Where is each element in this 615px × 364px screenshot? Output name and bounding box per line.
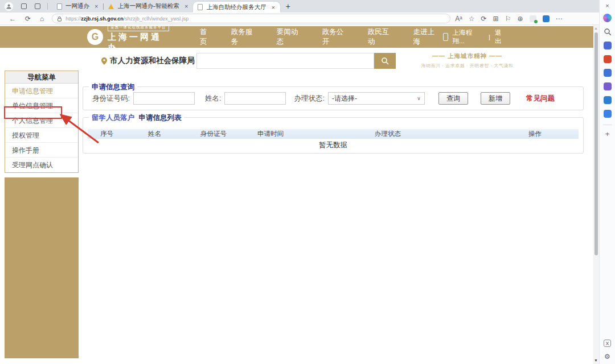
edge-sidebar-bottom: X ⚙ (604, 340, 611, 364)
city-spirit-title: —— 上海城市精神 —— (415, 52, 520, 60)
col-action: 操作 (528, 129, 542, 139)
sidebar-item-manual[interactable]: 操作手册 (5, 143, 78, 158)
search-input[interactable] (196, 53, 374, 69)
close-icon[interactable]: × (605, 2, 609, 9)
side-nav-menu: 导航菜单 申请信息管理 单位信息管理 个人信息管理 授权管理 操作手册 受理网点… (5, 71, 79, 173)
scroll-up-icon[interactable]: ▲ (594, 26, 598, 30)
x-app-icon[interactable]: X (604, 340, 611, 347)
gov-site-header: G 全国一体化在线政务服务平台 上海一网通办 首页 政务服务 要闻动态 政务公开… (0, 26, 593, 48)
site-logo-icon: G (87, 29, 103, 45)
tab-2[interactable]: 上海一网通办-智能检索 × (104, 0, 193, 13)
bureau-name: 市人力资源和社会保障局 (101, 56, 195, 66)
id-number-label: 身份证号码: (92, 94, 130, 104)
tools-icon[interactable] (604, 42, 612, 49)
toolbar-actions: Aᵃ ☆ ⟳ ⊞ ⚐ ⊕ ⋯ (455, 15, 562, 23)
scrollbar-thumb[interactable] (594, 32, 598, 255)
city-spirit-text: 海纳百川 · 追求卓越 · 开明睿智 · 大气谦和 (415, 63, 520, 69)
list-panel-legend: 留学人员落户 申请信息列表 (89, 113, 184, 123)
logout-link[interactable]: 退出 (495, 28, 508, 46)
sidebar-item-application-info[interactable]: 申请信息管理 (5, 84, 78, 98)
tab-actions-icon[interactable] (35, 3, 40, 9)
divider (47, 3, 48, 10)
capture-icon[interactable] (604, 96, 612, 104)
tab-close-icon[interactable]: × (269, 4, 276, 11)
sidebar-item-authorization[interactable]: 授权管理 (5, 128, 78, 143)
page-scrollbar[interactable]: ▲ ▼ (593, 25, 599, 364)
query-button[interactable]: 查询 (438, 92, 468, 105)
page-viewport: G 全国一体化在线政务服务平台 上海一网通办 首页 政务服务 要闻动态 政务公开… (0, 25, 593, 364)
tab-title: 上海自助经办服务大厅 (206, 3, 266, 11)
user-name[interactable]: 上海程翔... (453, 28, 485, 46)
col-time: 申请时间 (257, 129, 284, 139)
header-user-area: 上海程翔... | 退出 (443, 28, 508, 46)
profile-avatar-icon[interactable] (5, 2, 13, 11)
location-pin-icon (101, 57, 107, 65)
query-panel-legend: 申请信息查询 (89, 82, 137, 92)
mobile-icon[interactable] (443, 33, 448, 41)
col-id: 身份证号 (200, 129, 227, 139)
new-tab-button[interactable]: + (286, 2, 290, 11)
query-form-row: 身份证号码: 姓名: 办理状态: -请选择- ∨ 查询 新增 常见问题 (83, 87, 583, 110)
workspaces-icon[interactable] (21, 3, 27, 9)
add-sidebar-app-icon[interactable]: + (605, 130, 610, 138)
city-spirit: —— 上海城市精神 —— 海纳百川 · 追求卓越 · 开明睿智 · 大气谦和 (415, 52, 520, 69)
tab-1[interactable]: 一网通办 × (52, 0, 103, 13)
query-panel: 申请信息查询 身份证号码: 姓名: 办理状态: -请选择- ∨ 查询 新增 常见… (83, 86, 584, 110)
browser-window: 一网通办 × 上海一网通办-智能检索 × 上海自助经办服务大厅 × + ← ⟳ … (0, 0, 615, 364)
side-nav-title: 导航菜单 (5, 71, 78, 84)
shopping-icon[interactable] (604, 55, 612, 63)
more-menu-icon[interactable]: ⋯ (556, 15, 563, 23)
tab-title: 上海一网通办-智能检索 (117, 2, 179, 10)
tab-title: 一网通办 (65, 2, 89, 10)
home-icon[interactable]: ⌂ (40, 15, 44, 23)
sidebar-item-unit-info[interactable]: 单位信息管理 (5, 98, 78, 113)
sidebar-item-personal-info[interactable]: 个人信息管理 (5, 113, 78, 128)
list-legend-primary: 留学人员落户 (92, 114, 134, 122)
sidebar-item-service-point[interactable]: 受理网点确认 (5, 158, 78, 172)
refresh-icon[interactable]: ⟳ (25, 15, 31, 23)
add-collection-icon[interactable]: ⊕ (517, 15, 523, 23)
read-aloud-icon[interactable]: Aᵃ (455, 15, 462, 23)
extension-icon[interactable] (543, 15, 550, 22)
extension-icon[interactable] (530, 15, 536, 22)
lock-icon (57, 16, 62, 22)
favorite-star-icon[interactable]: ☆ (469, 15, 475, 23)
status-select[interactable]: -请选择- ∨ (328, 92, 425, 105)
name-label: 姓名: (205, 94, 221, 104)
collections-icon[interactable]: ⚐ (505, 15, 511, 23)
col-name: 姓名 (148, 129, 161, 139)
status-label: 办理状态: (294, 94, 324, 104)
split-screen-icon[interactable]: ⊞ (493, 15, 499, 23)
divider (603, 125, 612, 125)
warning-icon (108, 4, 114, 9)
empty-data-text: 暂无数据 (83, 140, 583, 150)
history-icon[interactable]: ⟳ (481, 15, 487, 23)
status-select-value: -请选择- (332, 94, 357, 104)
platform-label: 全国一体化在线政务服务平台 (108, 24, 169, 31)
name-input[interactable] (224, 92, 286, 105)
tab-close-icon[interactable]: × (93, 3, 100, 10)
scroll-down-icon[interactable]: ▼ (594, 358, 598, 362)
list-panel: 留学人员落户 申请信息列表 序号 姓名 身份证号 申请时间 办理状态 操作 暂无… (83, 117, 584, 154)
search-button[interactable] (374, 53, 396, 69)
people-icon[interactable] (604, 69, 612, 77)
id-number-input[interactable] (133, 92, 195, 105)
settings-gear-icon[interactable]: ⚙ (604, 353, 610, 361)
search-band: 市人力资源和社会保障局 —— 上海城市精神 —— 海纳百川 · 追求卓越 · 开… (0, 48, 593, 74)
search-icon (381, 57, 389, 65)
search-icon[interactable] (604, 28, 612, 36)
chevron-down-icon: ∨ (417, 96, 421, 101)
copilot-icon[interactable] (603, 14, 612, 22)
edge-sidebar: × + X ⚙ (599, 0, 615, 364)
games-icon[interactable] (604, 82, 612, 90)
add-new-button[interactable]: 新增 (481, 92, 510, 105)
person-icon (6, 3, 12, 10)
page-icon (198, 4, 203, 10)
faq-link[interactable]: 常见问题 (526, 94, 555, 104)
back-icon[interactable]: ← (9, 15, 16, 23)
tab-3-active[interactable]: 上海自助经办服务大厅 × (193, 2, 280, 13)
drop-icon[interactable] (604, 110, 612, 118)
page-icon (57, 3, 62, 10)
tab-close-icon[interactable]: × (183, 3, 190, 10)
tab-strip: 一网通办 × 上海一网通办-智能检索 × 上海自助经办服务大厅 × + (0, 0, 615, 13)
